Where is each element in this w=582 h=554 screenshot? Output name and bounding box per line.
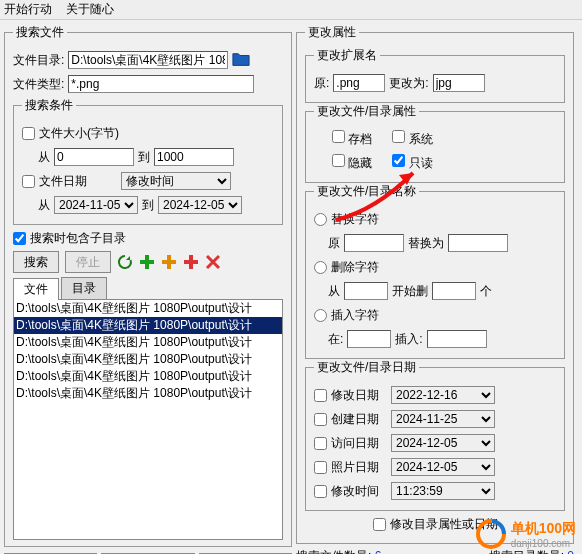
stat-sfn-val: 6 — [375, 549, 382, 554]
fix-dir-cb[interactable] — [373, 518, 386, 531]
access-date-cb[interactable] — [314, 437, 327, 450]
type-label: 文件类型: — [13, 76, 64, 93]
subdir-label: 搜索时包含子目录 — [30, 230, 126, 247]
del-count-input[interactable] — [432, 282, 476, 300]
menu-start[interactable]: 开始行动 — [4, 1, 52, 18]
delete-radio[interactable] — [314, 261, 327, 274]
dir-label: 文件目录: — [13, 52, 64, 69]
watermark-url: danji100.com — [511, 538, 576, 549]
hidden-checkbox[interactable] — [332, 154, 345, 167]
name-orig-label: 原 — [328, 235, 340, 252]
date-to-label: 到 — [142, 197, 154, 214]
watermark-brand: 单机100网 — [511, 520, 576, 538]
name-to-label: 替换为 — [408, 235, 444, 252]
archive-label: 存档 — [348, 132, 372, 146]
tab-dirs[interactable]: 目录 — [61, 277, 107, 299]
archive-checkbox[interactable] — [332, 130, 345, 143]
stop-button: 停止 — [65, 251, 111, 273]
modify-time-select[interactable]: 11:23:59 — [391, 482, 495, 500]
date-to-select[interactable]: 2024-12-05 — [158, 196, 242, 214]
name-to-input[interactable] — [448, 234, 508, 252]
replace-label: 替换字符 — [331, 211, 379, 228]
readonly-checkbox[interactable] — [392, 154, 405, 167]
add-green-icon[interactable] — [139, 254, 155, 270]
folder-icon[interactable] — [232, 51, 250, 69]
add-red-icon[interactable] — [183, 254, 199, 270]
name-orig-input[interactable] — [344, 234, 404, 252]
size-to-label: 到 — [138, 149, 150, 166]
ins-at-label: 在: — [328, 331, 343, 348]
delete-label: 删除字符 — [331, 259, 379, 276]
replace-radio[interactable] — [314, 213, 327, 226]
name-group: 更改文件/目录名称 替换字符 原 替换为 删除字符 从 开始删 个 插入字符 — [305, 183, 565, 359]
refresh-icon[interactable] — [117, 254, 133, 270]
del-from-label: 从 — [328, 283, 340, 300]
change-legend: 更改属性 — [305, 24, 359, 41]
list-item[interactable]: D:\tools\桌面\4K壁纸图片 1080P\output\设计 — [14, 368, 282, 385]
system-label: 系统 — [409, 132, 433, 146]
date-checkbox[interactable] — [22, 175, 35, 188]
insert-label: 插入字符 — [331, 307, 379, 324]
menu-about[interactable]: 关于随心 — [66, 1, 114, 18]
size-checkbox[interactable] — [22, 127, 35, 140]
photo-date-cb[interactable] — [314, 461, 327, 474]
list-item[interactable]: D:\tools\桌面\4K壁纸图片 1080P\output\设计 — [14, 300, 282, 317]
watermark: 单机100网 danji100.com — [475, 518, 576, 550]
size-to-input[interactable] — [154, 148, 234, 166]
add-orange-icon[interactable] — [161, 254, 177, 270]
cond-legend: 搜索条件 — [22, 97, 76, 114]
svg-rect-1 — [140, 260, 154, 264]
date-type-select[interactable]: 修改时间 — [121, 172, 231, 190]
date-label: 文件日期 — [39, 173, 87, 190]
create-date-cb[interactable] — [314, 413, 327, 426]
change-group: 更改属性 更改扩展名 原: 更改为: 更改文件/目录属性 存档 系统 隐藏 — [296, 24, 574, 544]
attr-group: 更改文件/目录属性 存档 系统 隐藏 只读 — [305, 103, 565, 183]
hidden-label: 隐藏 — [348, 156, 372, 170]
ins-input[interactable] — [427, 330, 487, 348]
delete-icon[interactable] — [205, 254, 221, 270]
dir-input[interactable] — [68, 51, 228, 69]
type-input[interactable] — [68, 75, 254, 93]
menu-bar: 开始行动 关于随心 — [0, 0, 582, 20]
date-from-select[interactable]: 2024-11-05 — [54, 196, 138, 214]
list-item[interactable]: D:\tools\桌面\4K壁纸图片 1080P\output\设计 — [14, 351, 282, 368]
search-button[interactable]: 搜索 — [13, 251, 59, 273]
insert-radio[interactable] — [314, 309, 327, 322]
attr-legend: 更改文件/目录属性 — [314, 103, 419, 120]
access-date-label: 访问日期 — [331, 435, 379, 452]
create-date-label: 创建日期 — [331, 411, 379, 428]
ext-orig-input[interactable] — [333, 74, 385, 92]
photo-date-select[interactable]: 2024-12-05 — [391, 458, 495, 476]
tab-files[interactable]: 文件 — [13, 278, 59, 300]
date-legend: 更改文件/目录日期 — [314, 359, 419, 376]
tab-bar: 文件 目录 — [13, 277, 283, 300]
system-checkbox[interactable] — [392, 130, 405, 143]
size-from-input[interactable] — [54, 148, 134, 166]
modify-time-cb[interactable] — [314, 485, 327, 498]
svg-rect-3 — [162, 260, 176, 264]
modify-date-select[interactable]: 2022-12-16 — [391, 386, 495, 404]
list-item[interactable]: D:\tools\桌面\4K壁纸图片 1080P\output\设计 — [14, 385, 282, 402]
readonly-label: 只读 — [409, 156, 433, 170]
date-group: 更改文件/目录日期 修改日期2022-12-16 创建日期2024-11-25 … — [305, 359, 565, 511]
size-from-label: 从 — [38, 149, 50, 166]
name-legend: 更改文件/目录名称 — [314, 183, 419, 200]
list-item[interactable]: D:\tools\桌面\4K壁纸图片 1080P\output\设计 — [14, 317, 282, 334]
search-file-group: 搜索文件 文件目录: 文件类型: 搜索条件 文件大小(字节) 从 — [4, 24, 292, 547]
ext-to-label: 更改为: — [389, 75, 428, 92]
ext-legend: 更改扩展名 — [314, 47, 380, 64]
ins-at-input[interactable] — [347, 330, 391, 348]
ext-to-input[interactable] — [433, 74, 485, 92]
subdir-checkbox[interactable] — [13, 232, 26, 245]
modify-date-cb[interactable] — [314, 389, 327, 402]
modify-date-label: 修改日期 — [331, 387, 379, 404]
del-from-input[interactable] — [344, 282, 388, 300]
file-list[interactable]: D:\tools\桌面\4K壁纸图片 1080P\output\设计D:\too… — [13, 300, 283, 540]
ext-group: 更改扩展名 原: 更改为: — [305, 47, 565, 103]
access-date-select[interactable]: 2024-12-05 — [391, 434, 495, 452]
create-date-select[interactable]: 2024-11-25 — [391, 410, 495, 428]
ins-label: 插入: — [395, 331, 422, 348]
size-label: 文件大小(字节) — [39, 125, 119, 142]
date-from-label: 从 — [38, 197, 50, 214]
list-item[interactable]: D:\tools\桌面\4K壁纸图片 1080P\output\设计 — [14, 334, 282, 351]
